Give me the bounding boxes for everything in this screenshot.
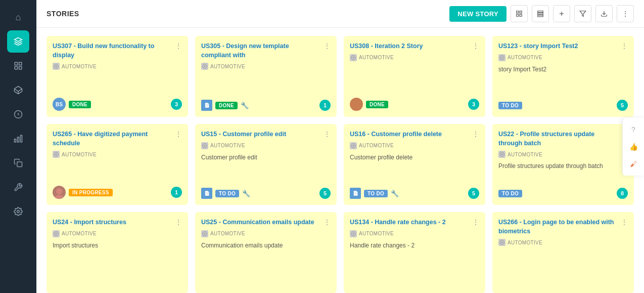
avatar: BS — [53, 98, 66, 111]
svg-point-34 — [351, 107, 361, 111]
tag-text: AUTOMOTIVE — [62, 231, 97, 236]
status-badge: TO DO — [498, 102, 522, 109]
svg-marker-0 — [15, 38, 22, 42]
footer-left: DONE — [350, 98, 388, 111]
story-card-us24: US24 - Import structures ⋮ AUTOMOTIVE Im… — [47, 212, 188, 293]
card-menu-icon[interactable]: ⋮ — [324, 218, 331, 226]
tag-icon — [498, 151, 505, 158]
card-body — [53, 74, 182, 93]
card-title[interactable]: US123 - story Import Test2 — [498, 42, 621, 51]
add-button[interactable] — [553, 5, 570, 22]
card-header: US305 - Design new template compliant wi… — [201, 42, 331, 60]
card-title[interactable]: US134 - Handle rate changes - 2 — [350, 218, 472, 227]
tag-text: AUTOMOTIVE — [359, 55, 394, 60]
grid-icon[interactable] — [7, 55, 29, 77]
tag-icon — [201, 63, 208, 70]
card-title[interactable]: US16 - Customer profile delete — [350, 130, 472, 139]
story-card-us123: US123 - story Import Test2 ⋮ AUTOMOTIVE … — [492, 36, 634, 117]
count-badge: 5 — [319, 188, 331, 199]
card-header: US24 - Import structures ⋮ — [53, 218, 182, 227]
tool-icon[interactable] — [7, 176, 29, 198]
card-menu-icon[interactable]: ⋮ — [621, 218, 628, 226]
story-card-us15: US15 - Customer profile edit ⋮ AUTOMOTIV… — [195, 124, 337, 205]
svg-point-33 — [353, 100, 359, 106]
story-card-us266: US266 - Login page to be enabled with bi… — [492, 212, 634, 293]
card-title[interactable]: US266 - Login page to be enabled with bi… — [498, 218, 621, 236]
layers-icon[interactable] — [7, 30, 29, 53]
card-menu-icon[interactable]: ⋮ — [175, 130, 182, 138]
card-footer: TO DO 5 — [498, 100, 628, 111]
card-title[interactable]: US25 - Communication emails update — [201, 218, 324, 227]
doc-icon: 📄 — [201, 188, 212, 199]
card-title[interactable]: US308 - Iteration 2 Story — [350, 42, 472, 51]
card-menu-icon[interactable]: ⋮ — [324, 130, 331, 138]
wrench-icon: 🔧 — [241, 102, 249, 109]
card-tag: AUTOMOTIVE — [53, 63, 182, 70]
tag-icon — [53, 63, 60, 70]
story-card-us134: US134 - Handle rate changes - 2 ⋮ AUTOMO… — [344, 212, 485, 293]
chart-icon[interactable] — [7, 128, 29, 150]
page-title: STORIES — [47, 10, 79, 18]
filter-button[interactable] — [574, 5, 591, 22]
card-footer: BS DONE 3 — [53, 98, 182, 111]
cube-icon[interactable] — [7, 79, 29, 101]
grid-view-button[interactable] — [511, 5, 528, 22]
copy-icon[interactable] — [7, 152, 29, 174]
thumbup-icon[interactable]: 👍 — [626, 139, 641, 154]
export-button[interactable] — [595, 5, 613, 22]
card-header: US123 - story Import Test2 ⋮ — [498, 42, 628, 51]
question-icon[interactable]: ? — [626, 122, 641, 137]
circle-icon[interactable] — [7, 103, 29, 125]
tag-text: AUTOMOTIVE — [210, 231, 245, 236]
card-footer: TO DO 8 — [498, 188, 628, 199]
status-badge: TO DO — [364, 190, 388, 197]
tag-text: AUTOMOTIVE — [508, 240, 542, 245]
card-tag: AUTOMOTIVE — [53, 230, 182, 237]
right-panel: ? 👍 🖌 — [622, 118, 644, 176]
tag-icon — [350, 230, 357, 237]
card-tag: AUTOMOTIVE — [53, 151, 182, 158]
card-header: US16 - Customer profile delete ⋮ — [350, 130, 479, 139]
tag-icon — [53, 151, 60, 158]
home-icon[interactable]: ⌂ — [7, 6, 29, 28]
status-badge: IN PROGRESS — [69, 189, 113, 196]
card-menu-icon[interactable]: ⋮ — [472, 130, 479, 138]
card-menu-icon[interactable]: ⋮ — [472, 218, 479, 226]
svg-rect-13 — [517, 11, 519, 13]
card-menu-icon[interactable]: ⋮ — [175, 42, 182, 50]
card-title[interactable]: US24 - Import structures — [53, 218, 175, 227]
doc-icon: 📄 — [201, 100, 212, 111]
new-story-button[interactable]: NEW STORY — [449, 6, 507, 22]
card-menu-icon[interactable]: ⋮ — [324, 42, 331, 50]
count-badge: 3 — [171, 99, 182, 110]
card-tag: AUTOMOTIVE — [498, 239, 628, 246]
card-tag: AUTOMOTIVE — [498, 54, 628, 61]
card-menu-icon[interactable]: ⋮ — [472, 42, 479, 50]
card-footer: DONE 3 — [350, 98, 479, 111]
card-title[interactable]: US307 - Build new functionality to displ… — [53, 42, 175, 60]
svg-rect-1 — [15, 62, 17, 65]
story-card-us307: US307 - Build new functionality to displ… — [47, 36, 188, 117]
sidebar: ⌂ — [0, 0, 36, 293]
card-title[interactable]: US15 - Customer profile edit — [201, 130, 324, 139]
avatar — [53, 186, 66, 199]
list-view-button[interactable] — [532, 5, 549, 22]
paintbrush-icon[interactable]: 🖌 — [626, 156, 641, 172]
status-badge: TO DO — [498, 190, 522, 197]
more-options-button[interactable]: ⋮ — [617, 5, 634, 22]
card-menu-icon[interactable]: ⋮ — [175, 218, 182, 226]
card-menu-icon[interactable]: ⋮ — [621, 42, 628, 50]
card-title[interactable]: US305 - Design new template compliant wi… — [201, 42, 324, 60]
status-badge: DONE — [215, 102, 238, 109]
settings-icon[interactable] — [7, 200, 29, 223]
card-header: US265 - Have digitized payment schedule … — [53, 130, 182, 148]
tag-text: AUTOMOTIVE — [210, 64, 245, 69]
count-badge: 8 — [617, 188, 628, 199]
svg-rect-17 — [538, 11, 543, 13]
svg-rect-11 — [17, 162, 22, 167]
card-header: US308 - Iteration 2 Story ⋮ — [350, 42, 479, 51]
tag-text: AUTOMOTIVE — [508, 152, 542, 157]
card-title[interactable]: US265 - Have digitized payment schedule — [53, 130, 175, 148]
card-title[interactable]: US22 - Profile structures update through… — [498, 130, 621, 148]
tag-text: AUTOMOTIVE — [62, 64, 97, 69]
